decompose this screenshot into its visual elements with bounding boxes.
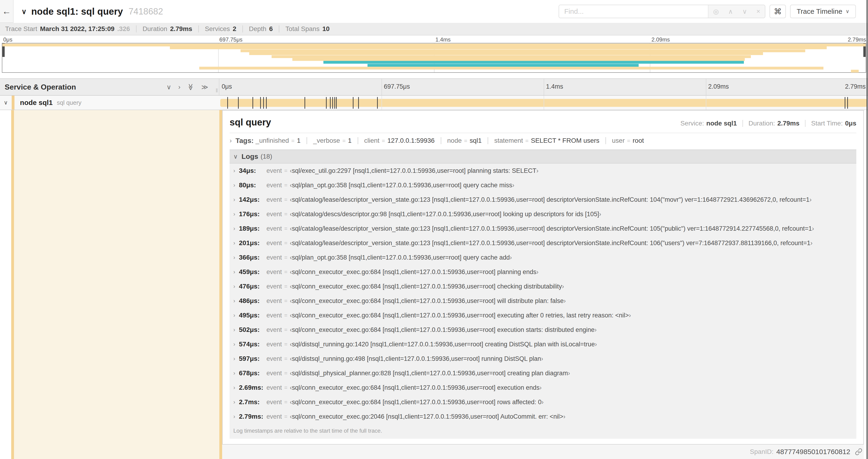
log-timestamp: 201μs: (239, 239, 267, 247)
log-entry[interactable]: ›486μs:event=‹sql/conn_executor_exec.go:… (229, 294, 856, 308)
open-quote: ‹ (290, 268, 292, 276)
chevron-right-icon[interactable]: › (233, 370, 235, 376)
log-entry[interactable]: ›597μs:event=‹sql/distsql_running.go:498… (229, 352, 856, 366)
chevron-right-icon[interactable]: › (233, 413, 235, 420)
span-row: ∨ node sql1 sql query (0, 96, 868, 110)
tag: statement=SELECT * FROM users (494, 137, 599, 144)
timeline-ticks-header: 0μs697.75μs1.4ms2.09ms2.79ms (219, 79, 868, 95)
next-match-icon[interactable]: ∨ (742, 8, 747, 15)
chevron-right-icon[interactable]: › (233, 254, 235, 261)
log-entry[interactable]: ›574μs:event=‹sql/distsql_running.go:142… (229, 337, 856, 352)
log-field-value: sql/conn_executor_exec.go:684 [nsql1,cli… (292, 399, 541, 406)
tag-key: client (364, 137, 379, 144)
span-name-cell[interactable]: ∨ node sql1 sql query (0, 96, 219, 110)
log-entry[interactable]: ›34μs:event=‹sql/exec_util.go:2297 [nsql… (229, 163, 856, 178)
log-entry[interactable]: ›142μs:event=‹sql/catalog/lease/descript… (229, 192, 856, 207)
view-selector-button[interactable]: Trace Timeline ∨ (790, 5, 856, 18)
chevron-down-icon[interactable]: ∨ (233, 153, 238, 160)
equals-sign: = (284, 225, 287, 232)
log-field-value: sql/catalog/lease/descriptor_version_sta… (292, 239, 810, 247)
log-timestamp: 142μs: (239, 196, 267, 203)
log-field-name: event (267, 399, 282, 406)
trace-title-group[interactable]: ∨ node sql1: sql query 7418682 (22, 6, 163, 17)
chevron-right-icon[interactable]: › (233, 225, 235, 232)
chevron-right-icon[interactable]: › (233, 312, 235, 319)
trace-minimap[interactable] (2, 43, 866, 73)
close-quote: › (539, 384, 541, 391)
timeline-header-row: Service & Operation ∨ › ≫ ≫ ‖ 0μs697.75μ… (0, 78, 868, 96)
keyboard-shortcuts-button[interactable]: ⌘ (770, 5, 786, 18)
chevron-right-icon[interactable]: › (233, 298, 235, 304)
chevron-right-icon[interactable]: › (233, 384, 235, 391)
log-field-name: event (267, 225, 282, 232)
minimap-tick-label: 1.4ms (434, 36, 451, 43)
chevron-right-icon[interactable]: › (233, 269, 235, 275)
chevron-down-icon[interactable]: ∨ (4, 99, 8, 106)
log-timestamp: 502μs: (239, 326, 267, 333)
collapse-all-icon[interactable]: ≫ (187, 84, 195, 90)
log-field-value: sql/distsql_running.go:1420 [nsql1,clien… (292, 341, 595, 348)
expand-one-icon[interactable]: › (178, 83, 180, 91)
log-entry[interactable]: ›80μs:event=‹sql/plan_opt.go:358 [nsql1,… (229, 178, 856, 192)
chevron-right-icon[interactable]: › (233, 283, 235, 290)
scrollbar[interactable] (867, 0, 868, 459)
tag: _verbose=1 (313, 137, 352, 144)
prev-match-icon[interactable]: ∧ (728, 8, 733, 15)
tag-key: _unfinished (255, 137, 289, 144)
chevron-right-icon[interactable]: › (233, 341, 235, 348)
logs-header[interactable]: ∨ Logs (18) (229, 150, 856, 163)
log-entry[interactable]: ›678μs:event=‹sql/distsql_physical_plann… (229, 366, 856, 381)
log-timestamp: 34μs: (239, 167, 267, 174)
log-entry[interactable]: ›366μs:event=‹sql/plan_opt.go:358 [nsql1… (229, 250, 856, 265)
log-entry[interactable]: ›459μs:event=‹sql/conn_executor_exec.go:… (229, 265, 856, 279)
log-entry[interactable]: ›476μs:event=‹sql/conn_executor_exec.go:… (229, 279, 856, 294)
column-resizer-handle[interactable]: ‖ (216, 87, 218, 94)
chevron-right-icon[interactable]: › (233, 327, 235, 333)
chevron-right-icon[interactable]: › (233, 211, 235, 217)
close-quote: › (536, 167, 538, 174)
open-quote: ‹ (290, 167, 292, 174)
chevron-right-icon[interactable]: › (233, 399, 235, 405)
tag-key: node (447, 137, 462, 144)
close-quote: › (512, 182, 514, 189)
log-entry[interactable]: ›495μs:event=‹sql/conn_executor_exec.go:… (229, 308, 856, 323)
log-marker (847, 97, 848, 109)
tags-row[interactable]: › Tags: _unfinished=1_verbose=1client=12… (223, 133, 863, 148)
span-indent-guide (11, 110, 14, 459)
log-entry[interactable]: ›2.7ms:event=‹sql/conn_executor_exec.go:… (229, 395, 856, 409)
log-entry[interactable]: ›201μs:event=‹sql/catalog/lease/descript… (229, 236, 856, 250)
logs-list: ›34μs:event=‹sql/exec_util.go:2297 [nsql… (229, 163, 856, 424)
chevron-right-icon[interactable]: › (233, 355, 235, 362)
log-field-value: sql/conn_executor_exec.go:684 [nsql1,cli… (292, 268, 536, 276)
collapse-one-icon[interactable]: ∨ (166, 83, 172, 91)
log-entry[interactable]: ›2.79ms:event=‹sql/conn_executor_exec.go… (229, 409, 856, 424)
log-field-value: sql/conn_executor_exec.go:684 [nsql1,cli… (292, 326, 594, 333)
link-icon[interactable] (855, 448, 862, 456)
log-timestamp: 574μs: (239, 340, 267, 348)
chevron-right-icon[interactable]: › (233, 167, 235, 174)
chevron-right-icon[interactable]: › (233, 196, 235, 203)
clear-search-icon[interactable]: × (756, 8, 760, 15)
tag-value: 1 (297, 137, 301, 144)
chevron-right-icon[interactable]: › (229, 137, 232, 144)
summary-label: Trace Start (5, 25, 37, 33)
chevron-down-icon[interactable]: ∨ (22, 7, 27, 15)
chevron-right-icon[interactable]: › (233, 240, 235, 246)
chevron-right-icon[interactable]: › (233, 182, 235, 189)
log-entry[interactable]: ›502μs:event=‹sql/conn_executor_exec.go:… (229, 323, 856, 337)
find-input[interactable] (559, 5, 708, 18)
tag-value: 127.0.0.1:59936 (388, 137, 434, 144)
focus-target-icon[interactable]: ◎ (713, 8, 719, 15)
equals-sign: = (284, 312, 287, 319)
log-marker (238, 97, 239, 109)
log-entry[interactable]: ›176μs:event=‹sql/catalog/descs/descript… (229, 207, 856, 221)
minimap-span (272, 55, 751, 58)
close-quote: › (541, 355, 543, 362)
log-entry[interactable]: ›189μs:event=‹sql/catalog/lease/descript… (229, 221, 856, 236)
divider (136, 25, 136, 32)
log-field-name: event (267, 326, 282, 333)
log-entry[interactable]: ›2.69ms:event=‹sql/conn_executor_exec.go… (229, 381, 856, 395)
log-field-value: sql/distsql_running.go:498 [nsql1,client… (292, 355, 541, 362)
back-button[interactable]: ← (0, 0, 13, 23)
expand-all-icon[interactable]: ≫ (202, 83, 208, 91)
